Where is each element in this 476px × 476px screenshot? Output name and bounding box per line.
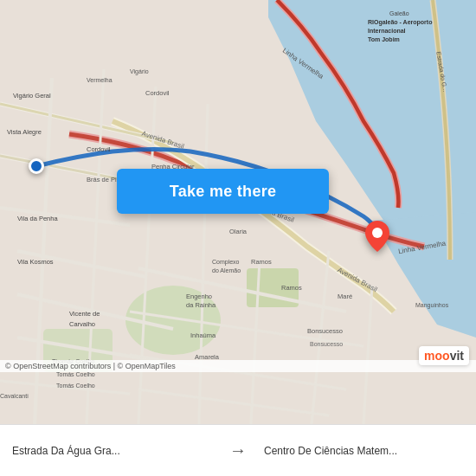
svg-text:Tom Jobim: Tom Jobim	[368, 36, 400, 42]
svg-text:Ramos: Ramos	[281, 284, 302, 292]
svg-text:Manguinhos: Manguinhos	[415, 302, 449, 309]
svg-text:Cavalcanti: Cavalcanti	[0, 393, 29, 399]
svg-text:Tomás Coelho: Tomás Coelho	[56, 383, 95, 389]
route-from-label: Estrada Da Água Gra...	[12, 445, 212, 457]
route-arrow-icon: →	[224, 441, 252, 460]
svg-text:Tomás Coelho: Tomás Coelho	[56, 371, 95, 377]
svg-text:Maré: Maré	[338, 293, 352, 300]
take-me-there-button[interactable]: Take me there	[117, 169, 329, 214]
svg-text:Cordovil: Cordovil	[145, 89, 170, 97]
svg-text:Bonsucesso: Bonsucesso	[307, 327, 343, 335]
svg-text:Olaria: Olaria	[229, 228, 248, 235]
svg-text:Vermelha: Vermelha	[87, 77, 113, 83]
destination-marker	[365, 221, 389, 255]
svg-text:Vicente de: Vicente de	[69, 310, 100, 318]
route-to-label: Centro De Ciências Matem...	[264, 445, 464, 457]
svg-text:Cordovil: Cordovil	[87, 145, 111, 153]
svg-text:Internacional: Internacional	[368, 28, 406, 34]
svg-point-65	[372, 228, 383, 238]
svg-text:Bonsucesso: Bonsucesso	[310, 341, 343, 347]
svg-text:Galeão: Galeão	[389, 10, 409, 16]
copyright-text: © OpenStreetMap contributors | © OpenMap…	[5, 362, 176, 370]
svg-text:RIOgaleão - Aeroporto: RIOgaleão - Aeroporto	[368, 19, 432, 26]
svg-text:Vila da Penha: Vila da Penha	[17, 215, 58, 222]
svg-text:Vista Alegre: Vista Alegre	[7, 128, 42, 136]
svg-text:Carvalho: Carvalho	[69, 320, 95, 328]
copyright-bar: © OpenStreetMap contributors | © OpenMap…	[0, 360, 476, 372]
svg-text:Vigário: Vigário	[130, 68, 149, 75]
svg-text:Inhaúma: Inhaúma	[190, 331, 216, 339]
map-container: Linha Vermelha Linha Vermelha Avenida Br…	[0, 0, 476, 424]
route-destination: Centro De Ciências Matem...	[252, 445, 476, 457]
bottom-bar: Estrada Da Água Gra... → Centro De Ciênc…	[0, 424, 476, 476]
moovit-logo: moovit	[419, 346, 469, 365]
svg-text:Engenhoda Rainha: Engenhoda Rainha	[186, 293, 216, 309]
origin-marker	[29, 158, 44, 174]
svg-text:Ramos: Ramos	[251, 258, 272, 266]
svg-text:Vigário Geral: Vigário Geral	[13, 92, 51, 100]
route-origin: Estrada Da Água Gra...	[0, 445, 224, 457]
svg-text:Vila Kosmos: Vila Kosmos	[17, 258, 54, 266]
